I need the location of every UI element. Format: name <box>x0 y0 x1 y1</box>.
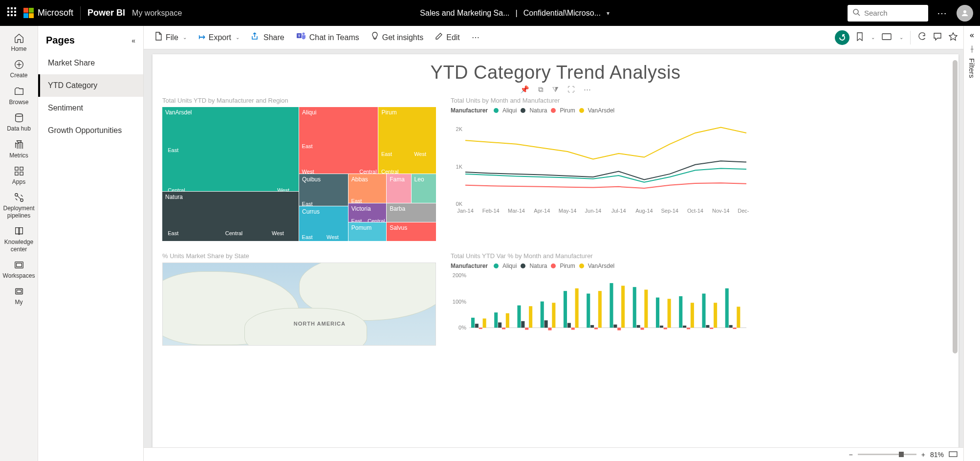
nav-learn[interactable]: Knowledge center <box>0 223 38 255</box>
page-item-sentiment[interactable]: Sentiment <box>38 97 143 119</box>
zoom-value: 81% <box>930 451 944 459</box>
page-item-ytd-category[interactable]: YTD Category <box>38 74 143 97</box>
svg-rect-97 <box>949 452 957 457</box>
report-canvas[interactable]: YTD Category Trend Analysis 📌 ⧉ ⧩ ⛶ ⋯ To… <box>152 54 958 461</box>
zoom-slider[interactable] <box>858 454 916 455</box>
svg-rect-95 <box>733 328 736 329</box>
pages-header-label: Pages <box>46 35 75 46</box>
svg-rect-93 <box>725 288 729 328</box>
svg-text:Feb-14: Feb-14 <box>482 208 500 214</box>
expand-pane-icon[interactable]: « <box>970 31 974 40</box>
refresh-icon[interactable] <box>917 32 926 43</box>
status-bar: − + 81% <box>144 447 963 461</box>
nav-create[interactable]: Create <box>0 56 38 81</box>
search-box[interactable] <box>848 5 928 22</box>
pin-icon[interactable]: 📌 <box>520 85 529 94</box>
file-menu[interactable]: File⌄ <box>150 29 192 46</box>
collapse-pane-icon[interactable]: « <box>131 37 135 44</box>
chevron-down-icon[interactable]: ▾ <box>607 10 610 17</box>
copy-icon[interactable]: ⧉ <box>538 85 544 94</box>
svg-text:Jan-14: Jan-14 <box>457 208 474 214</box>
chevron-down-icon[interactable]: ⌄ <box>871 35 875 40</box>
focus-icon[interactable]: ⛶ <box>567 85 575 94</box>
svg-rect-55 <box>502 328 505 329</box>
share-button[interactable]: Share <box>246 29 289 45</box>
svg-text:100%: 100% <box>453 299 466 305</box>
scrollbar-thumb[interactable] <box>953 60 958 353</box>
nav-pipelines[interactable]: Deployment pipelines <box>0 189 38 221</box>
star-icon[interactable] <box>949 32 958 43</box>
left-nav: Home Create Browse Data hub Metrics Apps… <box>0 26 38 461</box>
svg-rect-0 <box>7 7 9 9</box>
action-toolbar: File⌄ ↦Export⌄ Share TChat in Teams Get … <box>144 26 963 49</box>
svg-rect-90 <box>706 325 709 328</box>
svg-rect-16 <box>15 167 18 170</box>
user-avatar[interactable] <box>957 5 973 22</box>
bookmark-icon[interactable] <box>856 32 863 43</box>
treemap-visual[interactable]: Total Units YTD by Manufacturer and Regi… <box>162 97 436 243</box>
nav-datahub[interactable]: Data hub <box>0 110 38 134</box>
page-label: Market Share <box>48 59 95 67</box>
search-input[interactable] <box>864 9 913 17</box>
svg-point-9 <box>853 9 858 14</box>
svg-point-11 <box>963 10 966 13</box>
insights-button[interactable]: Get insights <box>366 29 428 46</box>
svg-rect-57 <box>517 306 521 328</box>
view-icon[interactable] <box>882 33 892 42</box>
comment-icon[interactable] <box>933 32 942 43</box>
svg-rect-81 <box>656 298 659 328</box>
reset-button[interactable] <box>835 30 849 45</box>
fit-page-icon[interactable] <box>949 451 958 459</box>
filters-pane-collapsed[interactable]: « ⟊ Filters <box>963 26 980 461</box>
edit-button[interactable]: Edit <box>430 29 465 45</box>
nav-metrics[interactable]: Metrics <box>0 136 38 161</box>
svg-rect-53 <box>494 312 498 328</box>
workspace-breadcrumb[interactable]: My workspace <box>132 9 182 18</box>
nav-home[interactable]: Home <box>0 30 38 54</box>
line-chart-visual[interactable]: Total Units by Month and Manufacturer Ma… <box>451 97 949 243</box>
nav-apps[interactable]: Apps <box>0 163 38 187</box>
chat-teams-button[interactable]: TChat in Teams <box>291 29 364 46</box>
svg-rect-58 <box>521 321 524 328</box>
map-box[interactable]: NORTH AMERICA <box>162 263 436 346</box>
svg-rect-85 <box>679 296 682 328</box>
svg-rect-67 <box>571 328 575 329</box>
page-item-growth[interactable]: Growth Opportunities <box>38 119 143 142</box>
more-icon: ⋯ <box>472 33 479 42</box>
svg-text:Sep-14: Sep-14 <box>661 208 678 214</box>
legend: ManufacturerAliquiNaturaPirumVanArsdel <box>451 107 949 114</box>
more-menu[interactable]: ⋯ <box>467 30 484 45</box>
svg-rect-1 <box>11 7 13 9</box>
export-menu[interactable]: ↦Export⌄ <box>194 29 244 45</box>
svg-rect-61 <box>541 302 544 328</box>
zoom-out-button[interactable]: − <box>849 451 853 459</box>
file-label: File <box>166 33 178 42</box>
svg-rect-70 <box>590 325 594 328</box>
nav-learn-label: Knowledge center <box>4 239 33 252</box>
nav-workspaces-label: Workspaces <box>3 272 35 279</box>
product-name[interactable]: Power BI <box>87 8 125 18</box>
bar-chart-title: Total Units YTD Var % by Month and Manuf… <box>451 252 949 260</box>
filters-icon: ⟊ <box>970 44 975 53</box>
bar-chart-visual[interactable]: Total Units YTD Var % by Month and Manuf… <box>451 252 949 457</box>
svg-rect-79 <box>640 328 644 329</box>
app-launcher-icon[interactable] <box>0 7 23 19</box>
page-item-market-share[interactable]: Market Share <box>38 52 143 74</box>
map-visual[interactable]: % Units Market Share by State NORTH AMER… <box>162 252 436 457</box>
zoom-in-button[interactable]: + <box>921 451 925 459</box>
chevron-down-icon[interactable]: ⌄ <box>899 35 903 40</box>
more-options-icon[interactable]: ⋯ <box>937 7 948 19</box>
svg-rect-4 <box>11 11 13 13</box>
svg-line-10 <box>858 14 860 16</box>
legend: ManufacturerAliquiNaturaPirumVanArsdel <box>451 263 949 269</box>
nav-browse[interactable]: Browse <box>0 83 38 108</box>
nav-workspaces[interactable]: Workspaces <box>0 257 38 281</box>
filter-icon[interactable]: ⧩ <box>552 85 559 94</box>
more-icon[interactable]: ⋯ <box>584 85 591 94</box>
sensitivity-label[interactable]: Confidential\Microso... <box>523 9 601 18</box>
svg-rect-69 <box>587 294 590 328</box>
nav-my[interactable]: My <box>0 283 38 307</box>
nav-create-label: Create <box>10 72 27 79</box>
report-name[interactable]: Sales and Marketing Sa... <box>420 9 509 18</box>
svg-rect-19 <box>20 172 22 175</box>
